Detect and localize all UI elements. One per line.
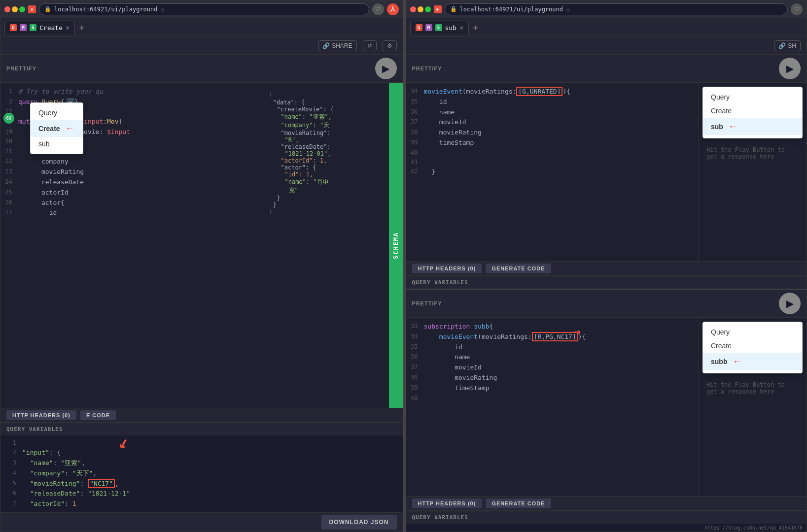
lock-icon: 🔒: [44, 6, 51, 12]
dropdown-create[interactable]: Create ←: [31, 120, 83, 137]
generate-code-button[interactable]: E CODE: [80, 410, 116, 420]
bottom-query-vars-header: QUERY VARIABLES: [406, 510, 807, 524]
status-bar-url: https://blog.csdn.net/qq_41841878: [704, 525, 803, 531]
right-minimize-button[interactable]: [418, 6, 423, 12]
right-share-icon: 🔗: [778, 42, 786, 49]
code-line: 34 movieEvent(movieRatings:[G,UNRATED]){: [406, 87, 699, 97]
prettify-row: PRETTIFY ▶: [0, 55, 403, 83]
left-toolbar: 🔗 SHARE ↺ ⚙: [0, 37, 403, 55]
top-generate-code-button[interactable]: GENERATE CODE: [486, 264, 551, 273]
left-browser-window: ⚙ 🔒 localhost:64921/ui/playground ☆ 🛡 人 …: [0, 0, 404, 532]
qv-line: 2 "input": {: [4, 448, 399, 458]
bottom-code-editor: 33 subscription subb{ 34 movieEvent(movi…: [406, 318, 699, 407]
top-http-headers-button[interactable]: HTTP HEADERS (0): [412, 264, 482, 273]
download-json-button[interactable]: DOWNLOAD JSON: [321, 515, 397, 530]
share-button[interactable]: 🔗 SHARE: [318, 40, 356, 51]
left-tab-add[interactable]: +: [79, 23, 84, 32]
download-bar: DOWNLOAD JSON: [0, 512, 403, 532]
top-response-area: Query Create sub ← Hit the Play Button t…: [698, 83, 807, 261]
qv-line: 5 "movieRating": "NC17",: [4, 479, 399, 489]
right-close-button[interactable]: [410, 6, 416, 12]
extension-icon: 🛡: [372, 3, 384, 15]
close-button[interactable]: [4, 6, 10, 12]
code-line: 40: [406, 148, 699, 158]
bottom-arrow-indicator: ←: [732, 356, 742, 367]
bottom-play-button[interactable]: ▶: [779, 293, 801, 314]
dropdown-sub[interactable]: sub: [31, 137, 83, 151]
right-tab-name: sub: [445, 24, 456, 32]
right-maximize-button[interactable]: [425, 6, 431, 12]
dropdown-query[interactable]: Query: [31, 106, 83, 120]
maximize-button[interactable]: [19, 6, 25, 12]
right-toolbar: 🔗 SH: [406, 37, 807, 55]
badge-count: 69: [3, 113, 14, 124]
right-tab-icon-s: S: [435, 24, 442, 31]
left-response-panel: { "data": { "createMovie": { "name": "亚索…: [261, 83, 389, 408]
top-sub-panel: PRETTIFY ▶ 34 movieEvent(movieRatings:[G…: [406, 55, 807, 290]
top-dropdown-query[interactable]: Query: [703, 90, 802, 104]
share-label: SHARE: [332, 42, 352, 49]
top-dropdown-menu: Query Create sub ←: [702, 87, 803, 138]
code-line: 35 id: [406, 97, 699, 107]
left-tab-close[interactable]: ×: [66, 24, 70, 31]
schema-sidebar[interactable]: SCHEMA: [389, 83, 403, 408]
top-dropdown-sub[interactable]: sub ←: [703, 118, 802, 135]
left-active-tab[interactable]: Q M S Create ×: [4, 21, 75, 34]
code-line: 39 timeStamp: [406, 383, 699, 394]
top-dropdown-create[interactable]: Create: [703, 104, 802, 118]
qv-line: 1: [4, 438, 399, 448]
top-play-button[interactable]: ▶: [779, 58, 801, 79]
top-prettify-button[interactable]: PRETTIFY: [412, 66, 442, 71]
code-line: 38 movieRating: [406, 373, 699, 383]
bottom-response-area: Query Create subb ← Hit the Play Button …: [698, 318, 807, 496]
left-tab-name: Create: [39, 24, 63, 32]
favicon-icon: ⚙: [28, 5, 36, 13]
tab-icon-q: Q: [10, 24, 17, 31]
top-prettify-row: PRETTIFY ▶: [406, 55, 807, 83]
right-tab-close[interactable]: ×: [459, 24, 463, 31]
play-button[interactable]: ▶: [375, 58, 397, 79]
code-line: 25 actorId: [0, 188, 261, 198]
bottom-dropdown-query[interactable]: Query: [703, 325, 802, 339]
bottom-prettify-button[interactable]: PRETTIFY: [412, 300, 442, 306]
right-tab-bar: Q M S sub × +: [406, 18, 807, 37]
http-headers-button[interactable]: HTTP HEADERS (0): [6, 410, 76, 420]
code-line: 23 movieRating: [0, 167, 261, 177]
tab-icon-s: S: [30, 24, 36, 31]
right-share-button[interactable]: 🔗 SH: [774, 40, 801, 51]
history-button[interactable]: ↺: [363, 40, 377, 51]
qv-line: 6 "releaseDate": "1821-12-1": [4, 489, 399, 499]
left-url: localhost:64921/ui/playground: [54, 6, 158, 13]
editor-response-area: 1 # Try to write your qu 2 query Query{↔…: [0, 83, 403, 408]
right-active-tab[interactable]: Q M S sub ×: [410, 21, 469, 34]
bottom-prettify-row: PRETTIFY ▶: [406, 290, 807, 318]
tab-icon-m: M: [20, 24, 27, 31]
top-query-vars-header: QUERY VARIABLES: [406, 275, 807, 289]
prettify-button[interactable]: PRETTIFY: [6, 66, 36, 71]
bottom-dropdown-menu: Query Create subb ←: [702, 322, 803, 373]
code-line: 38 movieRating: [406, 128, 699, 138]
bottom-generate-code-button[interactable]: GENERATE CODE: [486, 499, 551, 508]
right-browser-window: ⚙ 🔒 localhost:64921/ui/playground ☆ 🛡 Q …: [406, 0, 807, 532]
http-headers-row: HTTP HEADERS (0) E CODE: [0, 408, 403, 422]
top-response-hint: Hit the Play Button toget a response her…: [702, 142, 803, 164]
right-browser-chrome: ⚙ 🔒 localhost:64921/ui/playground ☆ 🛡: [406, 0, 807, 18]
code-line: 42 }: [406, 167, 699, 177]
bottom-dropdown-create[interactable]: Create: [703, 339, 802, 353]
bottom-http-row: HTTP HEADERS (0) GENERATE CODE: [406, 496, 807, 510]
bottom-http-headers-button[interactable]: HTTP HEADERS (0): [412, 499, 482, 508]
left-address-bar[interactable]: 🔒 localhost:64921/ui/playground ☆: [39, 3, 369, 15]
code-line: 27 id: [0, 208, 261, 218]
right-panels: PRETTIFY ▶ 34 movieEvent(movieRatings:[G…: [406, 55, 807, 524]
qv-line: 7 "actorId": 1: [4, 499, 399, 509]
settings-button[interactable]: ⚙: [383, 40, 397, 51]
right-address-bar[interactable]: 🔒 localhost:64921/ui/playground ☆: [445, 3, 788, 15]
bottom-dropdown-subb[interactable]: subb ←: [703, 353, 802, 370]
top-code-editor: 34 movieEvent(movieRatings:[G,UNRATED]){…: [406, 83, 699, 181]
left-arrow-indicator: ←: [65, 123, 75, 134]
code-line: 24 releaseDate: [0, 177, 261, 188]
code-line: 37 movieId: [406, 117, 699, 128]
minimize-button[interactable]: [12, 6, 18, 12]
code-line: 40: [406, 394, 699, 403]
right-tab-add[interactable]: +: [473, 23, 478, 32]
